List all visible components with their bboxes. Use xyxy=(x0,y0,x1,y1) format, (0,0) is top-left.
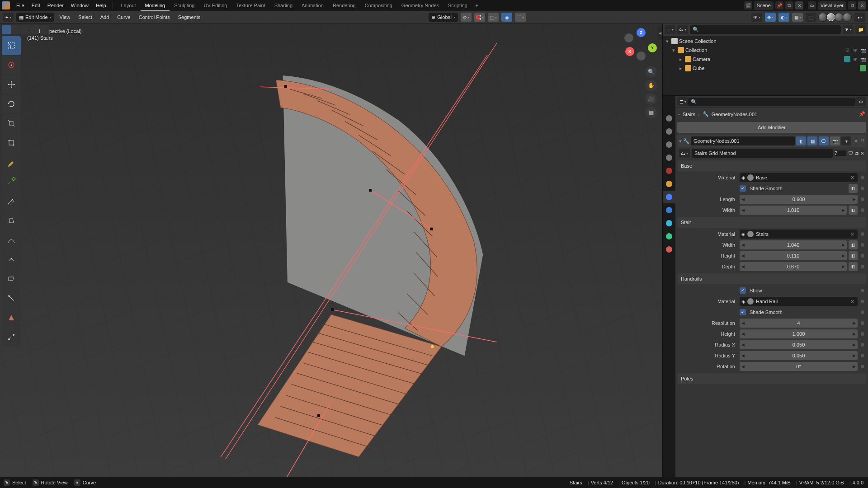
tab-texture-paint[interactable]: Texture Paint xyxy=(231,0,269,11)
handrail-resolution-field[interactable]: 4 xyxy=(740,319,858,328)
anim-dot-icon[interactable] xyxy=(861,176,864,179)
tool-measure[interactable] xyxy=(2,172,21,191)
mod-toggle-editmode[interactable]: ▦ xyxy=(807,136,817,145)
editor-type-dropdown[interactable]: ✦ xyxy=(3,13,14,22)
tool-annotate[interactable] xyxy=(2,153,21,172)
properties-options-icon[interactable]: ⚙ xyxy=(855,97,866,106)
ptab-world[interactable] xyxy=(663,164,675,177)
tool-cursor[interactable] xyxy=(2,56,21,75)
select-mode-face[interactable] xyxy=(21,25,30,34)
mod-extras-dropdown[interactable]: ▾ xyxy=(841,136,851,145)
clear-icon[interactable]: ✕ xyxy=(849,175,856,181)
tab-rendering[interactable]: Rendering xyxy=(328,0,360,11)
tool-radius[interactable] xyxy=(2,230,21,249)
mode-dropdown[interactable]: ▦ Edit Mode ▾ xyxy=(16,13,54,22)
browse-scene-icon[interactable]: 🎬 xyxy=(744,1,752,9)
tool-scale[interactable] xyxy=(2,114,21,133)
render-icon[interactable]: 📷 xyxy=(859,47,866,54)
anim-dot-icon[interactable] xyxy=(861,254,864,258)
add-menu[interactable]: Add xyxy=(98,11,112,23)
section-base[interactable]: Base xyxy=(677,160,866,171)
nodegroup-duplicate[interactable]: ⧉ xyxy=(855,150,859,156)
handrails-show-checkbox[interactable]: ✓ xyxy=(740,287,746,294)
pin-icon[interactable]: 📌 xyxy=(859,111,865,117)
tool-pen[interactable] xyxy=(2,328,21,347)
3d-viewport[interactable]: User Perspective (Local) (141) Stairs ◀ … xyxy=(0,23,662,477)
ptab-data[interactable] xyxy=(663,230,675,243)
handrail-radiusx-field[interactable]: 0.050 xyxy=(740,340,858,349)
tree-camera[interactable]: ▸ Camera 👁📷 xyxy=(663,55,868,64)
anim-dot-icon[interactable] xyxy=(861,321,864,325)
menu-help[interactable]: Help xyxy=(92,0,110,11)
ptab-scene[interactable] xyxy=(663,151,675,164)
shading-wireframe[interactable] xyxy=(818,13,827,22)
nodegroup-browse-icon[interactable]: 🗂 xyxy=(679,149,690,158)
segments-menu[interactable]: Segments xyxy=(175,11,203,23)
ptab-object[interactable] xyxy=(663,178,675,190)
anim-dot-icon[interactable] xyxy=(861,243,864,247)
handrail-radiusy-field[interactable]: 0.050 xyxy=(740,351,858,360)
view-menu[interactable]: View xyxy=(57,11,73,23)
nodegroup-unlink[interactable]: ✕ xyxy=(860,150,864,156)
tab-layout[interactable]: Layout xyxy=(117,0,141,11)
properties-scroll[interactable]: Add Modifier ▾ 🔧 GeometryNodes.001 ◧ ▦ 🖵… xyxy=(675,120,868,477)
properties-editor-dropdown[interactable]: ☰ xyxy=(677,97,688,106)
tool-random[interactable] xyxy=(2,289,21,308)
proportional-edit-toggle[interactable]: ◉ xyxy=(501,13,512,22)
anim-dot-icon[interactable] xyxy=(861,289,864,292)
menu-file[interactable]: File xyxy=(13,0,28,11)
ptab-viewlayer[interactable] xyxy=(663,138,675,151)
tab-scripting[interactable]: Scripting xyxy=(443,0,472,11)
tool-draw[interactable] xyxy=(2,192,21,211)
anim-dot-icon[interactable] xyxy=(861,232,864,236)
outliner-new-collection[interactable]: 📁 xyxy=(855,25,866,34)
input-attr-icon[interactable]: ◧ xyxy=(849,262,858,271)
input-attr-icon[interactable]: ◧ xyxy=(849,240,858,249)
shading-rendered[interactable] xyxy=(843,13,852,22)
breadcrumb-modifier[interactable]: GeometryNodes.001 xyxy=(712,112,758,117)
nodegroup-fake-user[interactable]: 🛡 xyxy=(848,150,853,156)
modifier-name-field[interactable]: GeometryNodes.001 xyxy=(691,136,795,145)
anim-dot-icon[interactable] xyxy=(861,208,864,212)
browse-viewlayer-icon[interactable]: 🗂 xyxy=(808,1,816,9)
ptab-physics[interactable] xyxy=(663,204,675,216)
shading-solid[interactable] xyxy=(826,13,835,22)
tab-compositing[interactable]: Compositing xyxy=(360,0,397,11)
mod-toggle-realtime[interactable]: 🖵 xyxy=(819,136,829,145)
tab-sculpting[interactable]: Sculpting xyxy=(170,0,199,11)
clear-icon[interactable]: ✕ xyxy=(849,299,856,305)
delete-viewlayer-button[interactable]: ✕ xyxy=(858,1,866,9)
tab-shading[interactable]: Shading xyxy=(270,0,297,11)
eye-icon[interactable]: 👁 xyxy=(852,47,859,54)
tab-uv-editing[interactable]: UV Editing xyxy=(199,0,231,11)
handrails-shade-smooth-checkbox[interactable]: ✓ xyxy=(740,309,746,315)
breadcrumb-object[interactable]: Stairs xyxy=(683,112,695,117)
clear-icon[interactable]: ✕ xyxy=(849,231,856,237)
ptab-modifier[interactable] xyxy=(663,191,675,203)
new-viewlayer-button[interactable]: ⧉ xyxy=(848,1,856,9)
tree-scene-collection[interactable]: ▾ Scene Collection xyxy=(663,37,868,46)
n-panel-toggle[interactable]: ◀ xyxy=(658,26,662,40)
mod-toggle-nodes[interactable]: ◧ xyxy=(796,136,806,145)
viewlayer-field[interactable]: ViewLayer xyxy=(818,1,846,10)
stair-height-field[interactable]: 0.110 xyxy=(740,251,847,260)
eye-icon[interactable]: 👁 xyxy=(852,56,859,63)
tool-handle[interactable] xyxy=(2,308,21,327)
material-browse-icon[interactable]: ◈ xyxy=(741,231,745,237)
render-icon[interactable]: 📷 xyxy=(859,56,866,63)
select-mode-vertex[interactable] xyxy=(2,25,11,34)
tool-rotate[interactable] xyxy=(2,94,21,113)
select-mode-extra[interactable] xyxy=(40,25,49,34)
tool-shear[interactable] xyxy=(2,269,21,288)
tool-tilt[interactable] xyxy=(2,250,21,269)
tool-extrude[interactable] xyxy=(2,211,21,230)
handrail-height-field[interactable]: 1.000 xyxy=(740,329,858,338)
material-browse-icon[interactable]: ◈ xyxy=(741,299,745,305)
scene-field[interactable]: Scene xyxy=(754,1,774,10)
stair-depth-field[interactable]: 0.670 xyxy=(740,262,847,271)
mod-delete-button[interactable]: ✕ xyxy=(853,138,859,144)
mod-drag-handle-icon[interactable]: ⠿ xyxy=(861,138,864,144)
toggle-xray-button[interactable]: ⬚ xyxy=(806,13,816,22)
ptab-render[interactable] xyxy=(663,112,675,125)
xray-toggle[interactable]: ▦ xyxy=(792,13,803,22)
